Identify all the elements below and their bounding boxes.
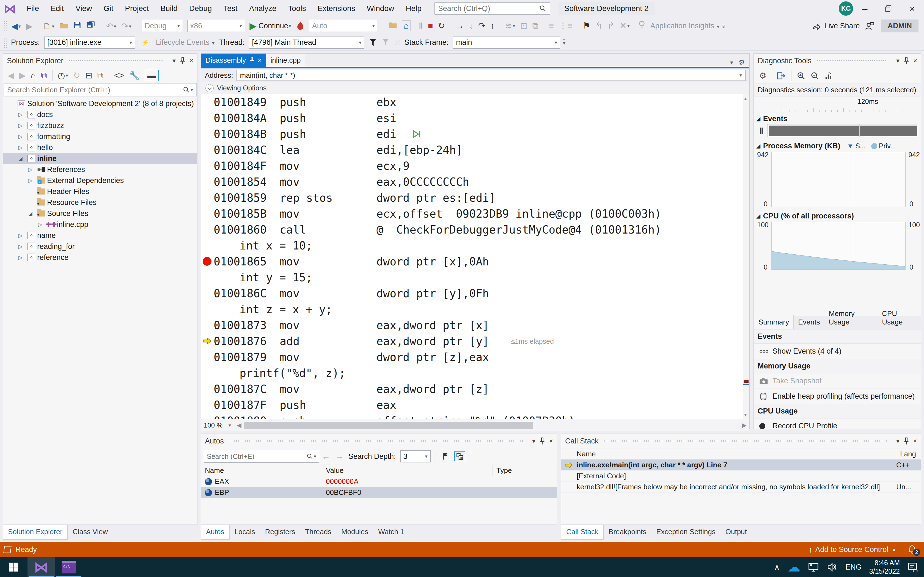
pin-icon[interactable] [904, 57, 909, 64]
zoom-in-icon[interactable] [797, 71, 806, 80]
tray-expand-icon[interactable]: ∧ [774, 562, 780, 572]
tree-item-external-dependencies[interactable]: ▷⇗External Dependencies [3, 175, 197, 186]
nav-forward-icon[interactable]: ▶ [26, 21, 32, 31]
step-out-icon[interactable]: ↑ [490, 21, 495, 31]
nav-forward-icon[interactable]: ▶ [19, 70, 26, 81]
line-list-icon[interactable]: ≡ [549, 21, 554, 31]
window-position-icon[interactable]: ▾ [896, 57, 900, 64]
asm-line[interactable]: 0100184Apushesi [201, 110, 750, 126]
asm-line[interactable]: 01001859rep stosdword ptr es:[edi] [201, 190, 750, 206]
panel-grip[interactable] [816, 59, 887, 62]
feedback-icon[interactable] [865, 21, 874, 31]
cpu-chart[interactable] [771, 222, 906, 270]
save-icon[interactable] [73, 21, 81, 29]
home-icon[interactable]: ⌂ [31, 71, 36, 81]
search-options-icon[interactable]: ▾ [314, 453, 316, 459]
reset-view-chart-icon[interactable] [824, 71, 833, 80]
menu-build[interactable]: Build [155, 0, 183, 17]
watch-window-icon[interactable]: ⧉ [532, 21, 538, 31]
summary-action-record-cpu-profile[interactable]: Record CPU Profile [754, 419, 921, 434]
bottom-tab-registers[interactable]: Registers [260, 525, 300, 540]
background-tasks-icon[interactable] [3, 546, 11, 553]
scroll-up-icon[interactable]: ▲ [744, 96, 747, 101]
asm-line[interactable]: 0100187Fpusheax [201, 397, 750, 413]
nav-back-icon[interactable]: ◀ [8, 70, 14, 81]
tree-item-references[interactable]: ▷References [3, 164, 197, 175]
next-bookmark-icon[interactable]: ↱ [607, 21, 615, 31]
tree-item-inline[interactable]: ◢⁘inline [3, 153, 197, 164]
search-options-icon[interactable]: ▾ [191, 87, 193, 93]
collapsed-expander-icon[interactable]: ▷ [15, 232, 26, 239]
window-home-icon[interactable]: ⌂ [402, 20, 410, 31]
tree-item-header-files[interactable]: ▼Header Files [3, 186, 197, 197]
source-line[interactable]: int z = x + y; [201, 301, 750, 318]
bottom-tab-modules[interactable]: Modules [336, 525, 373, 540]
bottom-tab-output[interactable]: Output [720, 525, 752, 540]
bottom-tab-autos[interactable]: Autos [201, 525, 229, 540]
bookmark-icon[interactable]: ⚑ [583, 21, 590, 31]
menu-test[interactable]: Test [218, 0, 243, 17]
menu-analyze[interactable]: Analyze [243, 0, 283, 17]
menu-extensions[interactable]: Extensions [312, 0, 361, 17]
solution-search-input[interactable] [7, 86, 183, 94]
breakpoint-icon[interactable] [203, 257, 212, 266]
diag-tab-summary[interactable]: Summary [754, 315, 794, 329]
disassembly-code-area[interactable]: 01001849pushebx0100184Apushesi0100184Bpu… [201, 94, 750, 419]
stack-frame-select[interactable]: main▾ [453, 37, 560, 48]
pin-icon[interactable] [540, 437, 545, 445]
tree-item-reference[interactable]: ▷⁘reference [3, 252, 197, 263]
view-code-icon[interactable]: <> [114, 71, 124, 81]
refresh-icon[interactable]: ↻ [73, 70, 80, 81]
menu-tools[interactable]: Tools [282, 0, 312, 17]
collapsed-expander-icon[interactable]: ▷ [25, 177, 36, 184]
events-track[interactable] [767, 124, 918, 137]
diag-tab-memory-usage[interactable]: Memory Usage [824, 307, 877, 329]
vertical-scrollbar[interactable]: ▲ ▼ [743, 94, 750, 419]
prev-bookmark-icon[interactable]: ↰ [595, 21, 603, 31]
close-icon[interactable]: × [257, 56, 262, 64]
action-center-icon[interactable] [908, 562, 919, 572]
tree-item-reading-for[interactable]: ▷⁘reading_for [3, 241, 197, 252]
memory-section-label[interactable]: Process Memory (KB) [763, 142, 840, 150]
call-stack-frame[interactable]: inline.exe!main(int argc, char * * argv)… [561, 460, 921, 471]
start-button[interactable] [0, 557, 27, 577]
collapsed-expander-icon[interactable]: ▷ [15, 111, 26, 118]
source-line[interactable]: int y = 15; [201, 269, 750, 285]
find-in-files-icon[interactable] [388, 21, 397, 29]
notifications-bell-icon[interactable]: 2 [908, 545, 917, 554]
asm-line[interactable]: 01001865movdword ptr [x],0Ah [201, 254, 750, 269]
taskbar-visual-studio[interactable]: ⋈ [27, 557, 55, 577]
close-icon[interactable]: × [189, 57, 193, 64]
tab-list-icon[interactable]: ▾ [730, 59, 733, 66]
asm-line[interactable]: 01001849pushebx [201, 94, 750, 110]
application-insights-dropdown[interactable]: Application Insights ▾ ⍗ [650, 22, 725, 30]
preview-selected-icon[interactable]: ▬ [145, 70, 159, 81]
tree-item-formatting[interactable]: ▷⁘formatting [3, 131, 197, 142]
solution-platforms-select[interactable]: x86▾ [187, 20, 245, 32]
bottom-tab-exception-settings[interactable]: Exception Settings [651, 525, 720, 540]
source-line[interactable]: int x = 10; [201, 238, 750, 254]
expanded-expander-icon[interactable]: ◢ [25, 210, 36, 217]
pause-events-icon[interactable]: Ⅱ [759, 126, 763, 136]
collapsed-expander-icon[interactable]: ▷ [15, 144, 26, 151]
asm-line[interactable]: 0100184Bpushedi [201, 126, 750, 142]
step-into-icon[interactable]: ↓ [469, 21, 473, 31]
zoom-level-select[interactable]: 100 %▾ [201, 419, 234, 431]
clear-bookmarks-icon[interactable]: ✕▾ [620, 21, 630, 31]
show-next-statement-icon[interactable]: → [456, 21, 464, 31]
flag-filter-icon[interactable] [441, 452, 449, 461]
filter-threads-icon[interactable] [369, 39, 377, 47]
hot-reload-mode-select[interactable]: Auto▾ [309, 20, 378, 32]
summary-action-show-events-4-of-4-[interactable]: Show Events (4 of 4) [754, 344, 921, 359]
nav-back-icon[interactable]: ◀▾ [11, 21, 21, 31]
lifecycle-events-icon[interactable]: ⚡ [140, 38, 151, 47]
lifecycle-events-dropdown[interactable]: Lifecycle Events ▾ [156, 38, 215, 47]
tree-item-inline-cpp[interactable]: ▷✚✚inline.cpp [3, 219, 197, 230]
bottom-tab-call-stack[interactable]: Call Stack [561, 525, 604, 540]
suggestion-bulb-icon[interactable] [638, 20, 646, 29]
new-file-icon[interactable]: 🗋▾ [43, 21, 55, 31]
live-share-icon[interactable]: Live Share [812, 21, 859, 31]
collapsed-expander-icon[interactable]: ▷ [15, 133, 26, 140]
menu-git[interactable]: Git [98, 0, 120, 17]
menu-view[interactable]: View [69, 0, 98, 17]
